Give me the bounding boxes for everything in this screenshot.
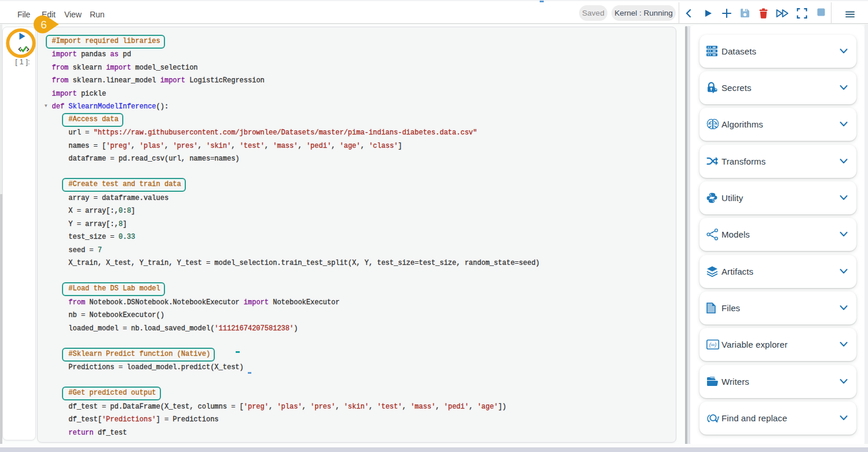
svg-text:(∞): (∞) (709, 342, 716, 348)
svg-text:6: 6 (41, 19, 47, 31)
